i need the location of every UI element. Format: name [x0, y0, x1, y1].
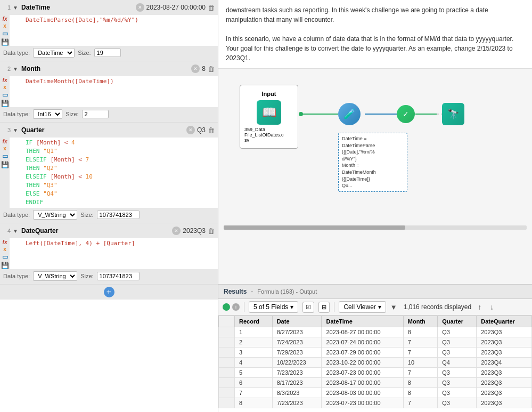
- col-value-3: Q3: [197, 126, 206, 134]
- expand-icon-2[interactable]: ▼: [13, 66, 19, 72]
- svg-point-1: [299, 112, 303, 116]
- col-name-3: Quarter: [21, 126, 184, 134]
- wf-check-icon[interactable]: ✓: [397, 105, 415, 123]
- size-input-3[interactable]: [97, 211, 140, 219]
- datatype-select-2[interactable]: Int16: [33, 109, 62, 119]
- row-status-2: [219, 348, 235, 358]
- formula-section-4: fx x ▭ 💾 Left([DateTime], 4) + [Quarter]: [0, 238, 218, 269]
- results-header: Results - Formula (163) - Output: [218, 285, 532, 299]
- cell-quarter-4: Q3: [438, 368, 477, 378]
- col-name-2: Month: [21, 65, 189, 72]
- expand-icon-3[interactable]: ▼: [13, 127, 19, 133]
- delete-btn-1[interactable]: 🗑: [208, 4, 215, 12]
- formula-row-3: 3 ▼ Quarter ✕ Q3 🗑 fx x ▭ 💾 IF [Month] <…: [0, 123, 218, 223]
- formula-line-3h: ENDIF: [26, 198, 93, 207]
- x-btn-4[interactable]: x: [3, 246, 6, 252]
- size-input-4[interactable]: [97, 272, 140, 280]
- fx-btn-2[interactable]: fx: [3, 77, 7, 83]
- clear-btn-1[interactable]: ✕: [136, 3, 144, 12]
- cell-viewer-btn[interactable]: Cell Viewer ▾: [339, 301, 386, 313]
- cell-viewer-label: Cell Viewer: [343, 303, 375, 311]
- formula-line-3a: IF [Month] < 4: [26, 139, 93, 147]
- save-btn-4[interactable]: 💾: [1, 262, 9, 269]
- checkmark-btn[interactable]: ☑: [302, 302, 314, 313]
- delete-btn-4[interactable]: 🗑: [208, 227, 215, 235]
- formula-body-3: IF [Month] < 4 THEN "Q1" ELSEIF [Month] …: [10, 138, 96, 208]
- table-row: 3 7/29/2023 2023-07-29 00:00:00 7 Q3 202…: [219, 348, 532, 358]
- cell-viewer-icon: ▾: [378, 303, 381, 311]
- nav-down-btn[interactable]: ↓: [488, 302, 496, 312]
- expand-icon-1[interactable]: ▼: [13, 5, 19, 11]
- table-row: 1 8/27/2023 2023-08-27 00:00:00 8 Q3 202…: [219, 327, 532, 337]
- box-btn-1[interactable]: ▭: [2, 30, 8, 37]
- fx-btn-3[interactable]: fx: [3, 139, 7, 144]
- save-btn-2[interactable]: 💾: [1, 100, 9, 107]
- wf-formula-icon[interactable]: 🧪: [338, 103, 361, 125]
- row-status-3: [219, 358, 235, 368]
- desc-line2: In this scenario, we have a column of da…: [226, 34, 525, 63]
- cell-datetime-0: 2023-08-27 00:00:00: [322, 327, 403, 337]
- row-status-4: [219, 368, 235, 378]
- cell-month-1: 7: [403, 337, 437, 348]
- toolbar-divider-1: [244, 302, 244, 312]
- box-btn-4[interactable]: ▭: [2, 253, 8, 261]
- box-btn-3[interactable]: ▭: [2, 152, 8, 160]
- save-btn-3[interactable]: 💾: [1, 161, 9, 168]
- fx-btn-1[interactable]: fx: [3, 16, 7, 22]
- x-btn-1[interactable]: x: [3, 23, 6, 29]
- workflow-scrollbar[interactable]: [224, 225, 527, 230]
- clear-btn-3[interactable]: ✕: [186, 126, 195, 134]
- formula-left-icons-4: fx x ▭ 💾: [0, 238, 10, 269]
- expand-icon-4[interactable]: ▼: [13, 228, 19, 234]
- cell-datetime-6: 2023-08-03 00:00:00: [322, 388, 403, 398]
- cell-datequarter-2: 2023Q3: [477, 348, 532, 358]
- datatype-select-1[interactable]: DateTime: [33, 48, 75, 58]
- delete-btn-2[interactable]: 🗑: [208, 65, 215, 73]
- col-value-1: 2023-08-27 00:00:00: [146, 4, 206, 11]
- cell-datetime-5: 2023-08-17 00:00:00: [322, 378, 403, 388]
- datatype-select-4[interactable]: V_WString: [33, 271, 77, 281]
- formula-row-4: 4 ▼ DateQuarter ✕ 2023Q3 🗑 fx x ▭ 💾 Left…: [0, 223, 218, 285]
- col-header-record: Record: [235, 316, 273, 327]
- nav-up-btn[interactable]: ↑: [476, 302, 484, 312]
- col-header-datequarter: DateQuarter: [477, 316, 532, 327]
- wf-output-icon[interactable]: 🔭: [442, 103, 464, 125]
- clear-btn-4[interactable]: ✕: [172, 227, 181, 235]
- wf-input-icon[interactable]: 📖: [257, 100, 281, 125]
- table-row: 6 8/17/2023 2023-08-17 00:00:00 8 Q3 202…: [219, 378, 532, 388]
- clear-btn-2[interactable]: ✕: [191, 64, 200, 73]
- add-row-button[interactable]: +: [0, 285, 218, 300]
- x-btn-2[interactable]: x: [3, 84, 6, 90]
- cell-datequarter-4: 2023Q3: [477, 368, 532, 378]
- size-input-2[interactable]: [82, 110, 109, 118]
- formula-left-icons-1: fx x ▭ 💾: [0, 15, 10, 46]
- x-btn-3[interactable]: x: [3, 146, 6, 151]
- datatype-label-3: Data type:: [3, 212, 30, 218]
- right-panel: downstream tasks such as reporting. In t…: [218, 0, 532, 412]
- row-status-0: [219, 327, 235, 337]
- delete-btn-3[interactable]: 🗑: [208, 126, 215, 134]
- datatype-label-1: Data type:: [3, 50, 30, 56]
- box-btn-2[interactable]: ▭: [2, 91, 8, 99]
- cell-month-6: 8: [403, 388, 437, 398]
- table-row: 4 10/22/2023 2023-10-22 00:00:00 10 Q4 2…: [219, 358, 532, 368]
- fx-btn-4[interactable]: fx: [3, 239, 7, 245]
- datatype-row-3: Data type: V_WString Size:: [0, 208, 218, 223]
- save-btn-1[interactable]: 💾: [1, 38, 9, 46]
- row-status-7: [219, 398, 235, 408]
- filter-icon: ▼: [390, 303, 397, 311]
- fields-dropdown-btn[interactable]: 5 of 5 Fields ▾: [249, 301, 298, 313]
- datatype-label-2: Data type:: [3, 111, 30, 117]
- grid-btn[interactable]: ⊞: [318, 302, 330, 313]
- formula-line-3d: THEN "Q2": [26, 164, 93, 173]
- wf-note-box: DateTime = DateTimeParse ({[Date],"%m/% …: [338, 133, 407, 192]
- cell-date-1: 7/24/2023: [272, 337, 322, 348]
- size-input-1[interactable]: [94, 49, 121, 57]
- cell-datetime-2: 2023-07-29 00:00:00: [322, 348, 403, 358]
- wf-node-output: 🔭: [442, 103, 464, 125]
- records-info: 1,016 records displayed: [404, 303, 471, 311]
- col-header-date: Date: [272, 316, 322, 327]
- cell-datequarter-0: 2023Q3: [477, 327, 532, 337]
- datatype-select-3[interactable]: V_WString: [33, 210, 77, 220]
- toolbar-status-icons: i: [223, 303, 240, 311]
